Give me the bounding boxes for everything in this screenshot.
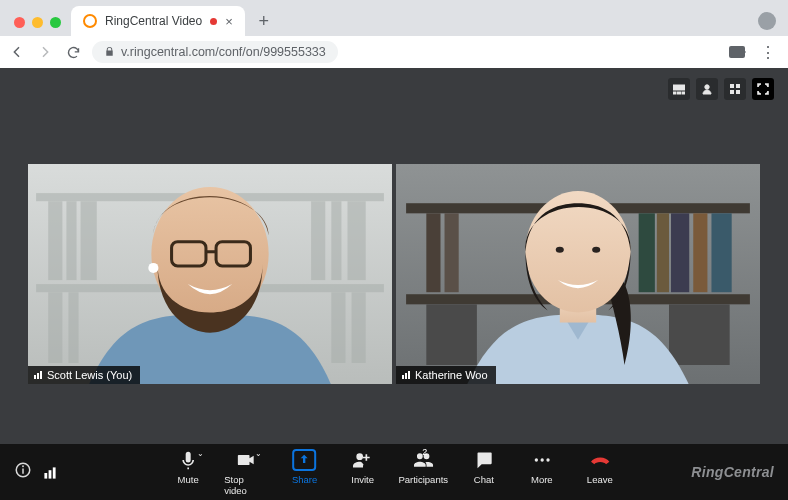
invite-button[interactable]: Invite	[341, 449, 385, 496]
maximize-window-button[interactable]	[50, 17, 61, 28]
control-label: Chat	[474, 474, 494, 485]
svg-point-44	[540, 458, 543, 461]
camera-indicator-icon[interactable]	[728, 43, 746, 61]
control-label: Mute	[178, 474, 199, 485]
participant-nameplate: Katherine Woo	[396, 366, 496, 384]
svg-rect-9	[66, 201, 76, 280]
svg-point-23	[148, 263, 158, 273]
brand-logo: RingCentral	[691, 464, 774, 480]
svg-rect-27	[639, 213, 655, 292]
browser-menu-button[interactable]: ⋮	[756, 43, 780, 62]
leave-button[interactable]: Leave	[578, 449, 622, 496]
svg-rect-10	[81, 201, 97, 280]
svg-point-45	[546, 458, 549, 461]
control-label: Participants	[398, 474, 448, 485]
svg-rect-29	[671, 213, 689, 292]
svg-rect-1	[673, 92, 676, 94]
chevron-down-icon: ⌄	[255, 449, 262, 458]
participants-button[interactable]: 2 Participants	[399, 449, 448, 496]
svg-rect-13	[348, 201, 366, 280]
svg-point-39	[592, 247, 600, 253]
svg-point-37	[525, 191, 630, 312]
svg-rect-11	[311, 201, 325, 280]
window-controls	[8, 17, 71, 36]
video-tile[interactable]: Katherine Woo	[396, 164, 760, 384]
svg-point-38	[556, 247, 564, 253]
participant-video	[28, 164, 392, 384]
video-conference-app: Scott Lewis (You)	[0, 68, 788, 500]
view-controls	[668, 78, 774, 100]
control-label: Stop video	[224, 474, 268, 496]
chat-button[interactable]: Chat	[462, 449, 506, 496]
tab-favicon	[83, 14, 97, 28]
new-tab-button[interactable]: +	[251, 8, 277, 34]
video-grid: Scott Lewis (You)	[28, 164, 760, 384]
svg-rect-30	[693, 213, 707, 292]
tab-title: RingCentral Video	[105, 14, 202, 28]
svg-point-4	[705, 85, 709, 89]
control-bar: ⌄ Mute ⌄ Stop video Share	[0, 444, 788, 500]
minimize-window-button[interactable]	[32, 17, 43, 28]
svg-rect-34	[426, 304, 477, 365]
back-button[interactable]	[8, 43, 26, 61]
svg-rect-17	[352, 292, 366, 363]
browser-chrome: RingCentral Video × + v.ringcentral.com/…	[0, 0, 788, 68]
control-label: Invite	[351, 474, 374, 485]
svg-rect-0	[673, 85, 685, 90]
svg-rect-12	[331, 201, 341, 280]
signal-icon	[34, 371, 42, 379]
participant-name: Scott Lewis (You)	[47, 369, 132, 381]
more-button[interactable]: More	[520, 449, 564, 496]
svg-rect-31	[711, 213, 731, 292]
filmstrip-view-button[interactable]	[668, 78, 690, 100]
svg-rect-28	[657, 213, 669, 292]
profile-avatar-button[interactable]	[758, 12, 776, 30]
close-tab-button[interactable]: ×	[225, 14, 233, 29]
control-label: Leave	[587, 474, 613, 485]
address-bar[interactable]: v.ringcentral.com/conf/on/999555333	[92, 41, 338, 63]
speaker-view-button[interactable]	[696, 78, 718, 100]
svg-rect-35	[669, 304, 730, 365]
svg-rect-8	[48, 201, 62, 280]
close-window-button[interactable]	[14, 17, 25, 28]
mute-button[interactable]: ⌄ Mute	[166, 449, 210, 496]
svg-rect-2	[678, 92, 681, 94]
svg-rect-32	[426, 213, 440, 292]
participants-count-badge: 2	[422, 447, 427, 457]
participant-nameplate: Scott Lewis (You)	[28, 366, 140, 384]
svg-rect-15	[68, 292, 78, 363]
svg-rect-14	[48, 292, 62, 363]
info-button[interactable]	[14, 461, 32, 483]
stop-video-button[interactable]: ⌄ Stop video	[224, 449, 268, 496]
svg-rect-16	[331, 292, 345, 363]
browser-tab[interactable]: RingCentral Video ×	[71, 6, 245, 36]
lock-icon	[104, 46, 115, 59]
participant-video	[396, 164, 760, 384]
svg-rect-33	[445, 213, 459, 292]
fullscreen-button[interactable]	[752, 78, 774, 100]
address-bar-row: v.ringcentral.com/conf/on/999555333 ⋮	[0, 36, 788, 68]
video-tile[interactable]: Scott Lewis (You)	[28, 164, 392, 384]
chevron-down-icon: ⌄	[197, 449, 204, 458]
reload-button[interactable]	[64, 43, 82, 61]
control-label: Share	[292, 474, 317, 485]
main-controls: ⌄ Mute ⌄ Stop video Share	[166, 449, 622, 496]
url-text: v.ringcentral.com/conf/on/999555333	[121, 45, 326, 59]
svg-point-43	[534, 458, 537, 461]
participant-name: Katherine Woo	[415, 369, 488, 381]
recording-indicator-icon	[210, 18, 217, 25]
share-button[interactable]: Share	[283, 449, 327, 496]
signal-icon	[402, 371, 410, 379]
control-label: More	[531, 474, 553, 485]
gallery-view-button[interactable]	[724, 78, 746, 100]
svg-point-42	[22, 465, 24, 467]
forward-button[interactable]	[36, 43, 54, 61]
browser-tab-bar: RingCentral Video × +	[0, 0, 788, 36]
signal-quality-button[interactable]	[46, 463, 54, 481]
svg-rect-3	[682, 92, 685, 94]
